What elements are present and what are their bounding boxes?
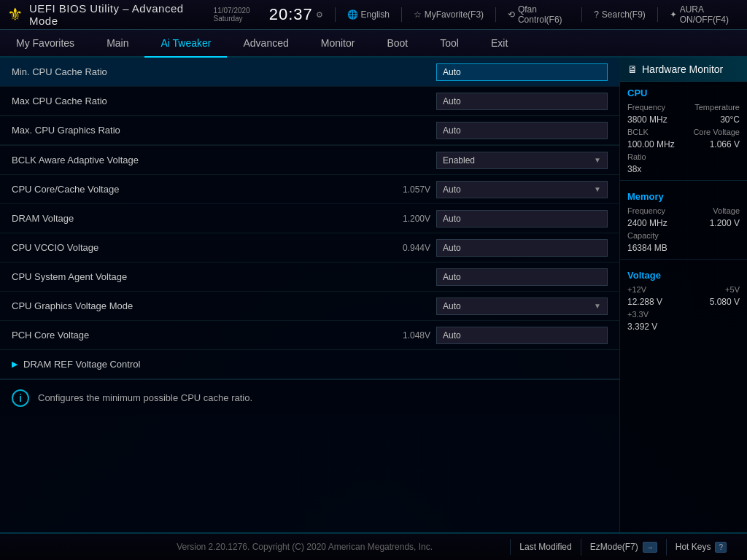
nav-exit-label: Exit [491, 37, 508, 49]
nav-monitor-label: Monitor [321, 37, 355, 49]
nav-tool[interactable]: Tool [424, 30, 475, 58]
nav-monitor[interactable]: Monitor [305, 30, 371, 58]
row-max-cpu-graphics-ratio[interactable]: Max. CPU Graphics Ratio Auto [0, 116, 619, 145]
label-dram-ref-voltage-control: DRAM REF Voltage Control [23, 359, 608, 370]
nav-boot[interactable]: Boot [371, 30, 424, 58]
hw-volt-33v-value: 3.392 V [627, 322, 657, 332]
ezmode-button[interactable]: EzMode(F7) → [581, 539, 666, 556]
value-cpu-core-cache-voltage[interactable]: Auto ▼ [436, 181, 608, 198]
hw-mem-cap-val-row: 16384 MB [620, 241, 747, 254]
hw-cpu-title: CPU [620, 82, 747, 101]
value-min-cpu-cache-ratio[interactable]: Auto [436, 63, 608, 81]
dropdown-arrow-cpu-core: ▼ [594, 185, 601, 193]
nav-my-favorites-label: My Favorites [16, 37, 74, 49]
row-dram-voltage[interactable]: DRAM Voltage 1.200V Auto [0, 204, 619, 233]
nav-advanced[interactable]: Advanced [227, 30, 304, 58]
static-cpu-core-cache-voltage: 1.057V [390, 184, 430, 195]
row-pch-core-voltage[interactable]: PCH Core Voltage 1.048V Auto [0, 321, 619, 350]
value-bclk-adaptive-voltage[interactable]: Enabled ▼ [436, 152, 608, 169]
nav-advanced-label: Advanced [243, 37, 288, 49]
favorite-icon: ☆ [414, 9, 422, 20]
myfavorite-link[interactable]: ☆ MyFavorite(F3) [414, 9, 484, 20]
row-cpu-graphics-voltage-mode[interactable]: CPU Graphics Voltage Mode Auto ▼ [0, 292, 619, 321]
nav-main-label: Main [107, 37, 128, 49]
hw-mem-volt-value: 1.200 V [710, 218, 740, 228]
hw-cpu-bclk-row: BCLK Core Voltage [620, 126, 747, 138]
row-bclk-adaptive-voltage[interactable]: BCLK Aware Adaptive Voltage Enabled ▼ [0, 146, 619, 175]
hw-mem-freq-row: Frequency Voltage [620, 205, 747, 217]
last-modified-button[interactable]: Last Modified [510, 539, 580, 555]
value-dram-voltage[interactable]: Auto [436, 210, 608, 228]
value-max-cpu-graphics-ratio[interactable]: Auto [436, 122, 608, 139]
section-expand-arrow: ▶ [12, 359, 18, 369]
hw-cpu-freq-label: Frequency [627, 103, 665, 112]
value-pch-core-voltage[interactable]: Auto [436, 327, 608, 344]
hot-keys-label: Hot Keys [676, 542, 711, 552]
label-dram-voltage: DRAM Voltage [12, 213, 390, 224]
value-cpu-vccio-voltage[interactable]: Auto [436, 239, 608, 257]
hw-cpu-ratio-row: Ratio [620, 151, 747, 163]
header-title: UEFI BIOS Utility – Advanced Mode [29, 2, 205, 27]
search-link[interactable]: ? Search(F9) [594, 9, 646, 20]
footer: Version 2.20.1276. Copyright (C) 2020 Am… [0, 532, 747, 560]
static-dram-voltage: 1.200V [390, 214, 430, 224]
nav-ai-tweaker[interactable]: Ai Tweaker [144, 30, 227, 58]
hw-voltage-section: Voltage +12V +5V 12.288 V 5.080 V +3.3V … [620, 264, 747, 333]
value-cpu-system-agent-voltage[interactable]: Auto [436, 268, 608, 286]
row-cpu-vccio-voltage[interactable]: CPU VCCIO Voltage 0.944V Auto [0, 233, 619, 262]
hw-memory-title: Memory [620, 185, 747, 205]
row-min-cpu-cache-ratio[interactable]: Min. CPU Cache Ratio Auto [0, 58, 619, 87]
language-link[interactable]: 🌐 English [347, 9, 390, 20]
footer-buttons: Last Modified EzMode(F7) → Hot Keys ? [510, 539, 735, 556]
label-bclk-adaptive-voltage: BCLK Aware Adaptive Voltage [12, 155, 436, 166]
aura-link[interactable]: ✦ AURA ON/OFF(F4) [670, 4, 740, 25]
hw-volt-12v-val-row: 12.288 V 5.080 V [620, 295, 747, 308]
hw-divider-2 [620, 259, 747, 260]
hw-voltage-title: Voltage [620, 264, 747, 284]
gear-icon[interactable]: ⚙ [316, 10, 323, 20]
hw-volt-33v-val-row: 3.392 V [620, 320, 747, 333]
logo-area: ⚜ UEFI BIOS Utility – Advanced Mode [7, 2, 205, 27]
info-text: Configures the minimum possible CPU cach… [38, 392, 252, 403]
search-label: Search(F9) [602, 9, 646, 20]
nav-exit[interactable]: Exit [475, 30, 524, 58]
row-max-cpu-cache-ratio[interactable]: Max CPU Cache Ratio Auto [0, 87, 619, 116]
hw-monitor-title: Hardware Monitor [642, 63, 723, 75]
nav-boot-label: Boot [387, 37, 408, 49]
label-pch-core-voltage: PCH Core Voltage [12, 330, 390, 341]
fan-icon: ⟲ [508, 9, 515, 20]
hw-divider-1 [620, 180, 747, 181]
logo-icon: ⚜ [7, 4, 23, 25]
qfan-label: Qfan Control(F6) [518, 4, 570, 25]
hw-cpu-corevolt-label: Core Voltage [693, 128, 740, 136]
nav-my-favorites[interactable]: My Favorites [0, 30, 90, 58]
hw-cpu-temp-value: 30°C [720, 114, 740, 125]
value-cpu-graphics-voltage-mode[interactable]: Auto ▼ [436, 298, 608, 315]
hw-cpu-ratio-label: Ratio [627, 152, 646, 161]
hw-mem-cap-row: Capacity [620, 230, 747, 241]
nav-main[interactable]: Main [90, 30, 144, 58]
hw-volt-5v-label: +5V [725, 285, 740, 294]
static-pch-core-voltage: 1.048V [390, 330, 430, 341]
hw-volt-33v-label: +3.3V [627, 310, 649, 319]
info-bar: i Configures the minimum possible CPU ca… [0, 379, 619, 416]
hw-monitor-header: 🖥 Hardware Monitor [620, 58, 747, 82]
hw-cpu-freq-value: 3800 MHz [627, 114, 667, 125]
dropdown-arrow-bclk: ▼ [594, 156, 601, 164]
row-dram-ref-voltage-control[interactable]: ▶ DRAM REF Voltage Control [0, 350, 619, 379]
hw-mem-freq-val-row: 2400 MHz 1.200 V [620, 217, 747, 230]
main-area: Min. CPU Cache Ratio Auto Max CPU Cache … [0, 58, 747, 532]
search-icon: ? [594, 9, 599, 20]
hot-keys-button[interactable]: Hot Keys ? [666, 539, 735, 556]
hw-cpu-temp-label: Temperature [694, 103, 740, 112]
last-modified-label: Last Modified [519, 542, 571, 552]
hw-memory-section: Memory Frequency Voltage 2400 MHz 1.200 … [620, 185, 747, 254]
hw-cpu-ratio-value: 38x [627, 164, 641, 174]
value-max-cpu-cache-ratio[interactable]: Auto [436, 93, 608, 110]
row-cpu-system-agent-voltage[interactable]: CPU System Agent Voltage Auto [0, 262, 619, 292]
qfan-link[interactable]: ⟲ Qfan Control(F6) [508, 4, 570, 25]
label-cpu-core-cache-voltage: CPU Core/Cache Voltage [12, 184, 390, 195]
hw-mem-cap-value: 16384 MB [627, 243, 667, 253]
row-cpu-core-cache-voltage[interactable]: CPU Core/Cache Voltage 1.057V Auto ▼ [0, 175, 619, 204]
ezmode-label: EzMode(F7) [590, 542, 638, 552]
